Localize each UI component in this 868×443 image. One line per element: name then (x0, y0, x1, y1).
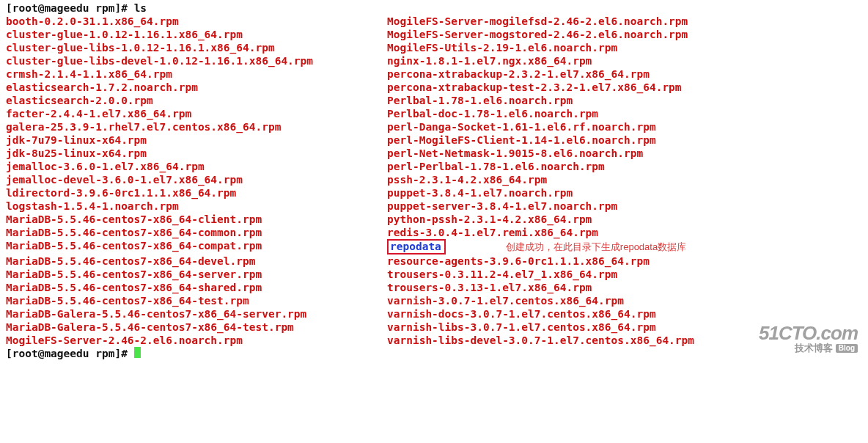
file-entry: cluster-glue-1.0.12-1.16.1.x86_64.rpm (6, 29, 243, 40)
file-entry: MogileFS-Server-mogstored-2.46-2.el6.noa… (387, 29, 688, 40)
file-entry: perl-Net-Netmask-1.9015-8.el6.noarch.rpm (387, 147, 643, 159)
file-entry: nginx-1.8.1-1.el7.ngx.x86_64.rpm (387, 55, 592, 67)
file-entry: MariaDB-5.5.46-centos7-x86_64-devel.rpm (6, 255, 255, 267)
file-entry: jemalloc-3.6.0-1.el7.x86_64.rpm (6, 161, 205, 172)
file-entry: MariaDB-5.5.46-centos7-x86_64-common.rpm (6, 227, 262, 238)
file-entry: booth-0.2.0-31.1.x86_64.rpm (6, 15, 179, 27)
shell-prompt-idle: [root@mageedu rpm]# (6, 347, 128, 360)
file-entry: python-pssh-2.3.1-4.2.x86_64.rpm (387, 213, 592, 225)
file-entry: puppet-3.8.4-1.el7.noarch.rpm (387, 187, 573, 199)
file-entry: puppet-server-3.8.4-1.el7.noarch.rpm (387, 200, 617, 212)
file-entry: elasticsearch-1.7.2.noarch.rpm (6, 81, 198, 93)
file-entry: Perlbal-doc-1.78-1.el6.noarch.rpm (387, 108, 598, 120)
file-entry: perl-Danga-Socket-1.61-1.el6.rf.noarch.r… (387, 121, 656, 133)
file-entry: percona-xtrabackup-2.3.2-1.el7.x86_64.rp… (387, 68, 650, 80)
file-entry: varnish-libs-3.0.7-1.el7.centos.x86_64.r… (387, 321, 656, 333)
file-entry: pssh-2.3.1-4.2.x86_64.rpm (387, 174, 547, 186)
shell-prompt: [root@mageedu rpm]# ls (6, 1, 147, 15)
file-entry: MogileFS-Utils-2.19-1.el6.noarch.rpm (387, 42, 617, 54)
file-entry: perl-MogileFS-Client-1.14-1.el6.noarch.r… (387, 134, 656, 146)
file-entry: MogileFS-Server-mogilefsd-2.46-2.el6.noa… (387, 15, 688, 27)
file-entry: galera-25.3.9-1.rhel7.el7.centos.x86_64.… (6, 121, 281, 133)
file-entry: varnish-3.0.7-1.el7.centos.x86_64.rpm (387, 295, 624, 307)
file-entry: varnish-libs-devel-3.0.7-1.el7.centos.x8… (387, 334, 694, 346)
file-entry: cluster-glue-libs-1.0.12-1.16.1.x86_64.r… (6, 42, 275, 54)
cursor-block (134, 347, 141, 358)
file-entry: MariaDB-Galera-5.5.46-centos7-x86_64-ser… (6, 308, 306, 320)
dir-entry-repodata: repodata (390, 241, 441, 252)
file-entry: crmsh-2.1.4-1.1.x86_64.rpm (6, 68, 172, 80)
file-entry: MariaDB-5.5.46-centos7-x86_64-server.rpm (6, 268, 262, 280)
file-entry: perl-Perlbal-1.78-1.el6.noarch.rpm (387, 161, 605, 172)
file-entry: ldirectord-3.9.6-0rc1.1.1.x86_64.rpm (6, 187, 236, 199)
annotation-text: 创建成功，在此目录下生成repodata数据库 (506, 241, 686, 252)
file-entry: elasticsearch-2.0.0.rpm (6, 95, 153, 106)
file-entry: MariaDB-5.5.46-centos7-x86_64-shared.rpm (6, 282, 262, 293)
highlight-box: repodata (387, 239, 446, 255)
file-entry: MogileFS-Server-2.46-2.el6.noarch.rpm (6, 334, 243, 346)
file-entry: MariaDB-5.5.46-centos7-x86_64-compat.rpm (6, 240, 262, 252)
file-entry: MariaDB-5.5.46-centos7-x86_64-client.rpm (6, 213, 262, 225)
file-entry: jemalloc-devel-3.6.0-1.el7.x86_64.rpm (6, 174, 243, 186)
file-entry: varnish-docs-3.0.7-1.el7.centos.x86_64.r… (387, 308, 656, 320)
file-entry: logstash-1.5.4-1.noarch.rpm (6, 200, 179, 212)
file-entry: resource-agents-3.9.6-0rc1.1.1.x86_64.rp… (387, 255, 650, 267)
file-entry: jdk-7u79-linux-x64.rpm (6, 134, 147, 146)
file-entry: MariaDB-Galera-5.5.46-centos7-x86_64-tes… (6, 321, 294, 333)
file-entry: percona-xtrabackup-test-2.3.2-1.el7.x86_… (387, 81, 682, 93)
file-entry: Perlbal-1.78-1.el6.noarch.rpm (387, 95, 573, 106)
command-ls: ls (134, 2, 147, 14)
file-entry: cluster-glue-libs-devel-1.0.12-1.16.1.x8… (6, 55, 313, 67)
ls-output: booth-0.2.0-31.1.x86_64.rpmMogileFS-Serv… (6, 15, 862, 347)
file-entry: jdk-8u25-linux-x64.rpm (6, 147, 147, 159)
file-entry: redis-3.0.4-1.el7.remi.x86_64.rpm (387, 227, 598, 238)
file-entry: facter-2.4.4-1.el7.x86_64.rpm (6, 108, 191, 120)
file-entry: trousers-0.3.11.2-4.el7_1.x86_64.rpm (387, 268, 617, 280)
file-entry: trousers-0.3.13-1.el7.x86_64.rpm (387, 282, 592, 293)
file-entry: MariaDB-5.5.46-centos7-x86_64-test.rpm (6, 295, 249, 307)
